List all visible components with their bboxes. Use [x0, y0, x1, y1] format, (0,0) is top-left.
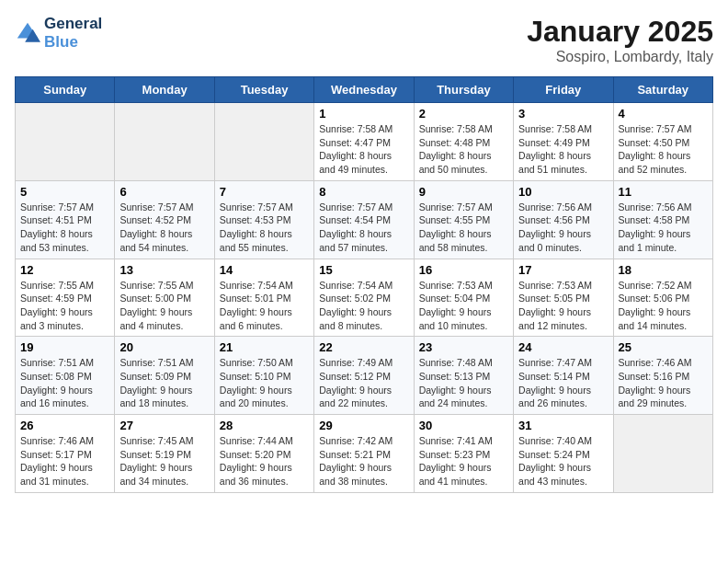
day-number: 8 — [319, 185, 408, 199]
day-info: Sunrise: 7:40 AM Sunset: 5:24 PM Dayligh… — [518, 434, 608, 488]
day-info: Sunrise: 7:54 AM Sunset: 5:02 PM Dayligh… — [319, 279, 408, 333]
day-info: Sunrise: 7:41 AM Sunset: 5:23 PM Dayligh… — [419, 434, 508, 488]
day-number: 29 — [319, 419, 408, 432]
calendar-header: SundayMondayTuesdayWednesdayThursdayFrid… — [16, 77, 713, 103]
day-info: Sunrise: 7:56 AM Sunset: 4:56 PM Dayligh… — [518, 201, 608, 255]
calendar-cell: 26Sunrise: 7:46 AM Sunset: 5:17 PM Dayli… — [16, 415, 115, 493]
calendar-cell: 5Sunrise: 7:57 AM Sunset: 4:51 PM Daylig… — [16, 180, 115, 259]
day-info: Sunrise: 7:56 AM Sunset: 4:58 PM Dayligh… — [619, 201, 708, 255]
day-info: Sunrise: 7:55 AM Sunset: 5:00 PM Dayligh… — [119, 279, 209, 333]
day-number: 28 — [220, 419, 309, 432]
calendar-cell: 16Sunrise: 7:53 AM Sunset: 5:04 PM Dayli… — [414, 259, 513, 337]
day-info: Sunrise: 7:57 AM Sunset: 4:54 PM Dayligh… — [319, 201, 408, 255]
day-number: 3 — [518, 107, 608, 121]
calendar-cell: 27Sunrise: 7:45 AM Sunset: 5:19 PM Dayli… — [115, 415, 214, 493]
day-number: 22 — [319, 340, 408, 354]
day-number: 6 — [119, 185, 209, 199]
calendar-cell: 4Sunrise: 7:57 AM Sunset: 4:50 PM Daylig… — [613, 103, 712, 181]
header-tuesday: Tuesday — [214, 77, 313, 103]
day-number: 17 — [518, 263, 608, 277]
day-info: Sunrise: 7:53 AM Sunset: 5:04 PM Dayligh… — [419, 279, 508, 333]
day-info: Sunrise: 7:48 AM Sunset: 5:13 PM Dayligh… — [419, 356, 508, 410]
day-info: Sunrise: 7:51 AM Sunset: 5:08 PM Dayligh… — [20, 356, 109, 410]
day-info: Sunrise: 7:53 AM Sunset: 5:05 PM Dayligh… — [518, 279, 608, 333]
logo-icon — [15, 20, 40, 46]
header-saturday: Saturday — [613, 77, 712, 103]
logo: General Blue — [15, 15, 102, 51]
calendar-cell: 28Sunrise: 7:44 AM Sunset: 5:20 PM Dayli… — [214, 415, 313, 493]
calendar-cell: 30Sunrise: 7:41 AM Sunset: 5:23 PM Dayli… — [414, 415, 513, 493]
calendar-table: SundayMondayTuesdayWednesdayThursdayFrid… — [15, 76, 713, 493]
day-number: 27 — [119, 419, 209, 432]
day-number: 18 — [619, 263, 708, 277]
header: General Blue January 2025 Sospiro, Lomba… — [15, 15, 713, 65]
day-info: Sunrise: 7:58 AM Sunset: 4:47 PM Dayligh… — [319, 122, 408, 177]
day-number: 31 — [518, 419, 608, 432]
calendar-cell: 14Sunrise: 7:54 AM Sunset: 5:01 PM Dayli… — [214, 259, 313, 337]
day-info: Sunrise: 7:57 AM Sunset: 4:53 PM Dayligh… — [220, 201, 309, 255]
calendar-title: January 2025 — [527, 15, 713, 49]
day-number: 20 — [119, 340, 209, 354]
day-info: Sunrise: 7:51 AM Sunset: 5:09 PM Dayligh… — [119, 356, 209, 410]
header-sunday: Sunday — [16, 77, 115, 103]
calendar-cell: 7Sunrise: 7:57 AM Sunset: 4:53 PM Daylig… — [214, 180, 313, 259]
day-number: 14 — [220, 263, 309, 277]
calendar-cell: 20Sunrise: 7:51 AM Sunset: 5:09 PM Dayli… — [115, 337, 214, 415]
day-number: 16 — [419, 263, 508, 277]
calendar-cell: 11Sunrise: 7:56 AM Sunset: 4:58 PM Dayli… — [613, 180, 712, 259]
calendar-cell — [115, 103, 214, 181]
day-info: Sunrise: 7:42 AM Sunset: 5:21 PM Dayligh… — [319, 434, 408, 488]
calendar-week-5: 26Sunrise: 7:46 AM Sunset: 5:17 PM Dayli… — [16, 415, 713, 493]
calendar-cell: 6Sunrise: 7:57 AM Sunset: 4:52 PM Daylig… — [115, 180, 214, 259]
calendar-cell — [214, 103, 313, 181]
calendar-week-4: 19Sunrise: 7:51 AM Sunset: 5:08 PM Dayli… — [16, 337, 713, 415]
calendar-cell: 23Sunrise: 7:48 AM Sunset: 5:13 PM Dayli… — [414, 337, 513, 415]
day-info: Sunrise: 7:57 AM Sunset: 4:51 PM Dayligh… — [20, 201, 109, 255]
calendar-cell: 22Sunrise: 7:49 AM Sunset: 5:12 PM Dayli… — [314, 337, 414, 415]
calendar-cell — [613, 415, 712, 493]
calendar-cell: 8Sunrise: 7:57 AM Sunset: 4:54 PM Daylig… — [314, 180, 414, 259]
calendar-cell: 19Sunrise: 7:51 AM Sunset: 5:08 PM Dayli… — [16, 337, 115, 415]
header-wednesday: Wednesday — [314, 77, 414, 103]
day-info: Sunrise: 7:46 AM Sunset: 5:16 PM Dayligh… — [619, 356, 708, 410]
day-info: Sunrise: 7:57 AM Sunset: 4:52 PM Dayligh… — [119, 201, 209, 255]
day-info: Sunrise: 7:44 AM Sunset: 5:20 PM Dayligh… — [220, 434, 309, 488]
day-number: 4 — [619, 107, 708, 121]
calendar-cell: 3Sunrise: 7:58 AM Sunset: 4:49 PM Daylig… — [514, 103, 613, 181]
calendar-cell: 12Sunrise: 7:55 AM Sunset: 4:59 PM Dayli… — [16, 259, 115, 337]
day-number: 15 — [319, 263, 408, 277]
calendar-cell: 10Sunrise: 7:56 AM Sunset: 4:56 PM Dayli… — [514, 180, 613, 259]
day-info: Sunrise: 7:50 AM Sunset: 5:10 PM Dayligh… — [220, 356, 309, 410]
header-monday: Monday — [115, 77, 214, 103]
day-info: Sunrise: 7:57 AM Sunset: 4:50 PM Dayligh… — [619, 122, 708, 177]
calendar-subtitle: Sospiro, Lombardy, Italy — [527, 49, 713, 65]
calendar-week-2: 5Sunrise: 7:57 AM Sunset: 4:51 PM Daylig… — [16, 180, 713, 259]
calendar-cell: 29Sunrise: 7:42 AM Sunset: 5:21 PM Dayli… — [314, 415, 414, 493]
day-number: 19 — [20, 340, 109, 354]
day-info: Sunrise: 7:52 AM Sunset: 5:06 PM Dayligh… — [619, 279, 708, 333]
day-number: 25 — [619, 340, 708, 354]
calendar-cell: 9Sunrise: 7:57 AM Sunset: 4:55 PM Daylig… — [414, 180, 513, 259]
day-number: 26 — [20, 419, 109, 432]
calendar-cell: 25Sunrise: 7:46 AM Sunset: 5:16 PM Dayli… — [613, 337, 712, 415]
calendar-cell: 13Sunrise: 7:55 AM Sunset: 5:00 PM Dayli… — [115, 259, 214, 337]
day-number: 30 — [419, 419, 508, 432]
day-info: Sunrise: 7:47 AM Sunset: 5:14 PM Dayligh… — [518, 356, 608, 410]
day-number: 7 — [220, 185, 309, 199]
day-number: 2 — [419, 107, 508, 121]
calendar-cell: 24Sunrise: 7:47 AM Sunset: 5:14 PM Dayli… — [514, 337, 613, 415]
calendar-week-3: 12Sunrise: 7:55 AM Sunset: 4:59 PM Dayli… — [16, 259, 713, 337]
title-area: January 2025 Sospiro, Lombardy, Italy — [527, 15, 713, 65]
header-friday: Friday — [514, 77, 613, 103]
day-number: 5 — [20, 185, 109, 199]
calendar-cell: 31Sunrise: 7:40 AM Sunset: 5:24 PM Dayli… — [514, 415, 613, 493]
day-info: Sunrise: 7:58 AM Sunset: 4:49 PM Dayligh… — [518, 122, 608, 177]
day-number: 10 — [518, 185, 608, 199]
calendar-cell: 15Sunrise: 7:54 AM Sunset: 5:02 PM Dayli… — [314, 259, 414, 337]
day-info: Sunrise: 7:57 AM Sunset: 4:55 PM Dayligh… — [419, 201, 508, 255]
day-info: Sunrise: 7:58 AM Sunset: 4:48 PM Dayligh… — [419, 122, 508, 177]
day-number: 24 — [518, 340, 608, 354]
calendar-cell: 18Sunrise: 7:52 AM Sunset: 5:06 PM Dayli… — [613, 259, 712, 337]
day-number: 11 — [619, 185, 708, 199]
day-number: 21 — [220, 340, 309, 354]
